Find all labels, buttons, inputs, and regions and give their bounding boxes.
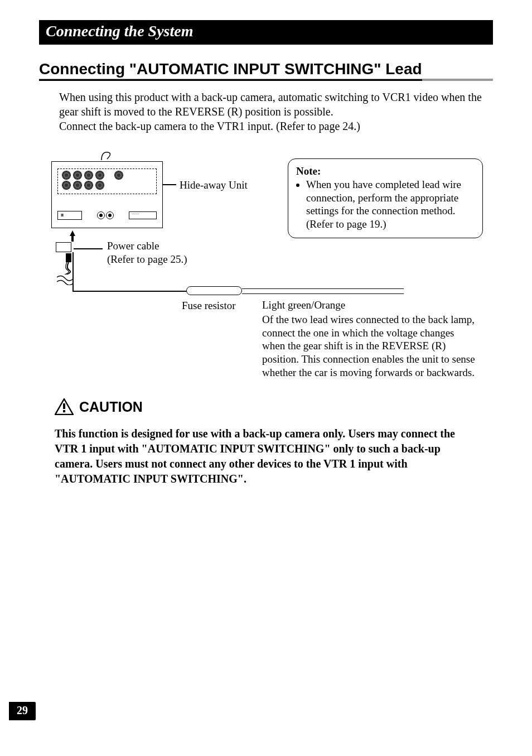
- lead-wire-body: Of the two lead wires connected to the b…: [262, 313, 480, 379]
- intro-line-2: Connect the back-up camera to the VTR1 i…: [59, 119, 493, 133]
- lead-wire-color: Light green/Orange: [262, 298, 480, 312]
- svg-rect-1: [63, 403, 65, 409]
- power-cable-label-text: Power cable: [107, 239, 187, 253]
- caution-label: CAUTION: [79, 399, 143, 415]
- section-title-container: Connecting "AUTOMATIC INPUT SWITCHING" L…: [39, 60, 493, 81]
- power-cable-ref: (Refer to page 25.): [107, 253, 187, 266]
- lead-wire-description: Light green/Orange Of the two lead wires…: [262, 298, 480, 379]
- diagram-cable-curve: [100, 150, 114, 161]
- power-cable-label: Power cable (Refer to page 25.): [107, 239, 187, 266]
- power-cable-tail: [57, 275, 74, 285]
- section-title: Connecting "AUTOMATIC INPUT SWITCHING" L…: [39, 60, 422, 81]
- svg-rect-2: [63, 410, 65, 412]
- power-connector-illustration: [56, 242, 71, 252]
- svg-rect-0: [66, 253, 71, 262]
- hideaway-unit-label: Hide-away Unit: [180, 179, 248, 191]
- fuse-resistor-label: Fuse resistor: [182, 300, 236, 312]
- fuse-resistor-illustration: [186, 286, 242, 295]
- wiring-diagram: Hide-away Unit Power cable (Refer to pag…: [39, 150, 493, 368]
- diagram-arrow-up: [69, 230, 76, 242]
- note-title: Note:: [296, 165, 475, 178]
- power-cable-illustration: [65, 253, 72, 275]
- note-box: Note: When you have completed lead wire …: [288, 158, 483, 238]
- chapter-header: Connecting the System: [39, 20, 493, 45]
- intro-paragraph: When using this product with a back-up c…: [59, 90, 493, 133]
- intro-line-1: When using this product with a back-up c…: [59, 90, 493, 119]
- note-item-1: When you have completed lead wire connec…: [306, 178, 475, 231]
- caution-body: This function is designed for use with a…: [55, 426, 456, 487]
- caution-triangle-icon: [55, 398, 74, 415]
- caution-heading: CAUTION: [39, 398, 493, 415]
- hideaway-unit-illustration: [51, 161, 163, 228]
- page-number: 29: [9, 702, 36, 720]
